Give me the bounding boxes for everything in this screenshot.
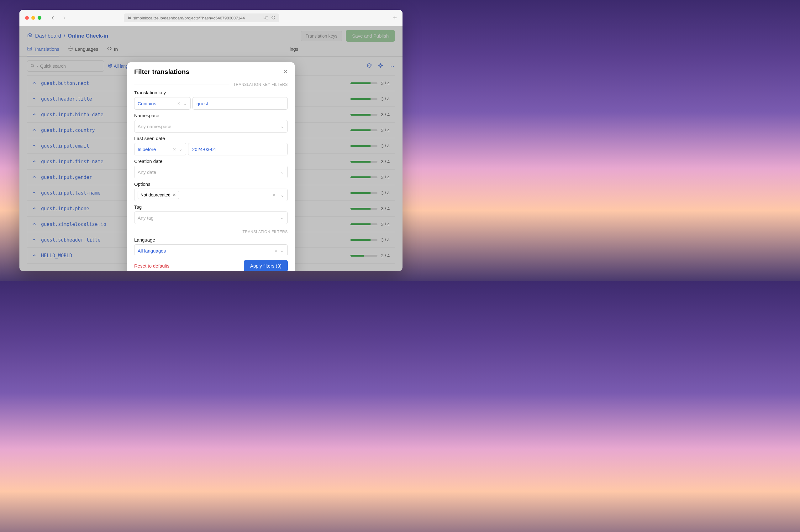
nav-arrows bbox=[50, 15, 67, 21]
chevron-down-icon: ⌄ bbox=[183, 100, 187, 106]
section-translation-filters: TRANSLATION FILTERS bbox=[243, 230, 288, 234]
clear-icon[interactable]: ✕ bbox=[273, 248, 279, 253]
clear-icon[interactable]: ✕ bbox=[176, 101, 182, 106]
clear-icon[interactable]: ✕ bbox=[271, 193, 277, 197]
options-tag-label: Not deprecated bbox=[141, 192, 170, 197]
chevron-down-icon: ⌄ bbox=[280, 192, 284, 198]
chevron-down-icon: ⌄ bbox=[280, 124, 284, 129]
back-button[interactable] bbox=[50, 15, 56, 21]
forward-button[interactable] bbox=[61, 15, 67, 21]
tag-label: Tag bbox=[134, 204, 288, 210]
tag-placeholder: Any tag bbox=[137, 215, 154, 221]
namespace-placeholder: Any namespace bbox=[137, 124, 171, 129]
options-tag-not-deprecated: Not deprecated ✕ bbox=[137, 191, 179, 199]
creation-date-select[interactable]: Any date ⌄ bbox=[134, 166, 288, 178]
last-seen-input[interactable] bbox=[188, 143, 288, 155]
filter-modal: Filter translations ✕ TRANSLATION KEY FI… bbox=[127, 62, 295, 271]
last-seen-label: Last seen date bbox=[134, 136, 288, 141]
translation-key-op-select[interactable]: Contains ✕ ⌄ bbox=[134, 97, 191, 110]
language-value: All languages bbox=[137, 248, 166, 253]
chevron-down-icon: ⌄ bbox=[280, 215, 284, 221]
namespace-select[interactable]: Any namespace ⌄ bbox=[134, 120, 288, 133]
minimize-window-button[interactable] bbox=[31, 16, 35, 20]
language-select[interactable]: All languages ✕ ⌄ bbox=[134, 244, 288, 255]
chevron-down-icon: ⌄ bbox=[280, 248, 284, 253]
chevron-down-icon: ⌄ bbox=[179, 146, 183, 152]
close-window-button[interactable] bbox=[25, 16, 29, 20]
reload-icon[interactable] bbox=[271, 15, 276, 21]
last-seen-op-value: Is before bbox=[137, 147, 156, 152]
browser-window: simplelocalize.io/dashboard/projects/?ha… bbox=[19, 10, 403, 271]
new-tab-button[interactable]: + bbox=[393, 14, 397, 22]
last-seen-op-select[interactable]: Is before ✕ ⌄ bbox=[134, 143, 186, 155]
section-key-filters: TRANSLATION KEY FILTERS bbox=[233, 82, 288, 87]
options-select[interactable]: Not deprecated ✕ ✕ ⌄ bbox=[134, 189, 288, 201]
tag-select[interactable]: Any tag ⌄ bbox=[134, 211, 288, 224]
translation-key-input[interactable] bbox=[192, 97, 288, 110]
language-label: Language bbox=[134, 237, 288, 243]
remove-tag-icon[interactable]: ✕ bbox=[172, 192, 176, 197]
translation-key-op-value: Contains bbox=[137, 101, 156, 106]
app-content: Dashboard / Online Check-in Translation … bbox=[19, 26, 403, 271]
lock-icon bbox=[128, 16, 131, 20]
apply-filters-button[interactable]: Apply filters (3) bbox=[244, 260, 288, 271]
options-label: Options bbox=[134, 182, 288, 187]
creation-date-placeholder: Any date bbox=[137, 170, 156, 175]
url-bar[interactable]: simplelocalize.io/dashboard/projects/?ha… bbox=[124, 14, 279, 22]
traffic-lights bbox=[25, 16, 41, 20]
translation-key-label: Translation key bbox=[134, 90, 288, 95]
namespace-label: Namespace bbox=[134, 113, 288, 118]
svg-rect-0 bbox=[128, 17, 131, 19]
maximize-window-button[interactable] bbox=[38, 16, 41, 20]
chevron-down-icon: ⌄ bbox=[280, 169, 284, 175]
creation-date-label: Creation date bbox=[134, 158, 288, 164]
reset-to-defaults-button[interactable]: Reset to defaults bbox=[134, 263, 170, 268]
clear-icon[interactable]: ✕ bbox=[171, 147, 178, 152]
svg-rect-2 bbox=[266, 16, 268, 19]
svg-rect-1 bbox=[264, 16, 266, 19]
translate-icon[interactable] bbox=[264, 15, 269, 21]
url-text: simplelocalize.io/dashboard/projects/?ha… bbox=[133, 16, 245, 20]
modal-title: Filter translations bbox=[134, 68, 189, 76]
titlebar: simplelocalize.io/dashboard/projects/?ha… bbox=[19, 10, 403, 26]
close-icon[interactable]: ✕ bbox=[283, 68, 288, 75]
